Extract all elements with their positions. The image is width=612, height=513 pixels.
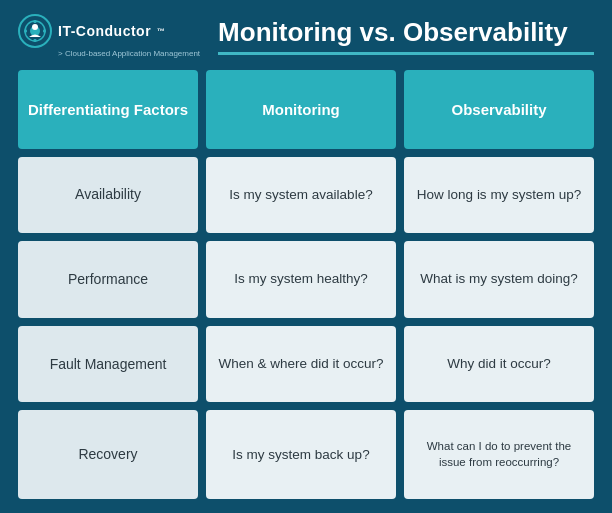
col-header-factors: Differentiating Factors: [18, 70, 198, 149]
col-header-observability: Observability: [404, 70, 594, 149]
svg-rect-6: [24, 30, 27, 33]
factor-fault-management: Fault Management: [18, 326, 198, 403]
svg-rect-4: [34, 20, 37, 23]
observability-recovery: What can I do to prevent the issue from …: [404, 410, 594, 499]
observability-fault-management: Why did it occur?: [404, 326, 594, 403]
logo-box: IT-Conductor ™: [18, 14, 166, 48]
monitoring-availability: Is my system available?: [206, 157, 396, 234]
observability-performance: What is my system doing?: [404, 241, 594, 318]
col-header-monitoring: Monitoring: [206, 70, 396, 149]
svg-point-3: [32, 24, 38, 30]
comparison-table: Differentiating Factors Monitoring Obser…: [18, 70, 594, 499]
logo-tm: ™: [157, 27, 166, 36]
monitoring-recovery: Is my system back up?: [206, 410, 396, 499]
observability-availability: How long is my system up?: [404, 157, 594, 234]
page-container: IT-Conductor ™ > Cloud-based Application…: [0, 0, 612, 513]
monitoring-performance: Is my system healthy?: [206, 241, 396, 318]
factor-recovery: Recovery: [18, 410, 198, 499]
factor-availability: Availability: [18, 157, 198, 234]
page-title: Monitoring vs. Observability: [218, 17, 594, 55]
factor-performance: Performance: [18, 241, 198, 318]
svg-rect-7: [43, 30, 46, 33]
header: IT-Conductor ™ > Cloud-based Application…: [18, 14, 594, 58]
logo-name: IT-Conductor: [58, 23, 151, 39]
logo-area: IT-Conductor ™ > Cloud-based Application…: [18, 14, 200, 58]
logo-icon: [18, 14, 52, 48]
logo-sub: > Cloud-based Application Management: [58, 49, 200, 58]
svg-rect-5: [34, 39, 37, 42]
monitoring-fault-management: When & where did it occur?: [206, 326, 396, 403]
